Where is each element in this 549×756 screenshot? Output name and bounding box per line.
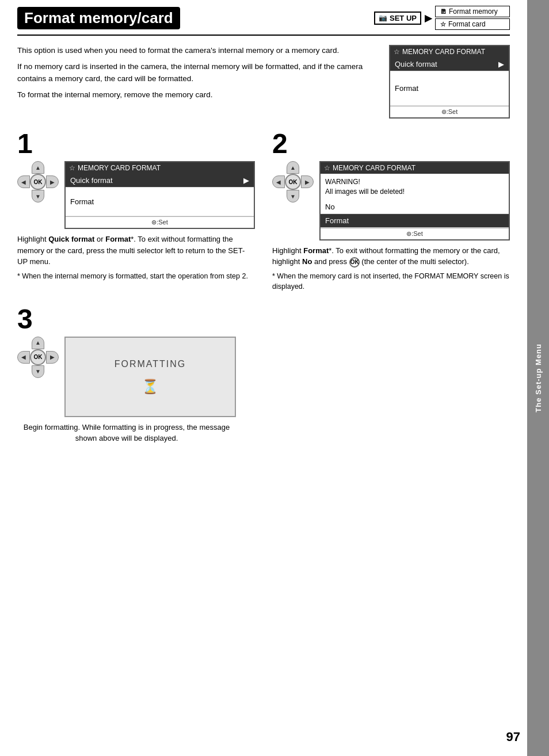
intro-text: This option is used when you need to for… [17,45,378,119]
top-screen-row-0-arrow: ▶ [498,60,504,68]
step-1-note: * When the internal memory is formatted,… [17,271,255,281]
steps-row-1-2: 1 ▲ ▼ ◀ ▶ OK ☆ MEMORY CARD FORMAT [17,130,510,292]
right-sidebar: The Set-up Menu [527,0,549,756]
menu-item-label: Format memory [449,7,498,16]
dpad-up-2[interactable]: ▲ [287,161,299,174]
intro-p1: This option is used when you need to for… [17,45,378,56]
step-1-block: 1 ▲ ▼ ◀ ▶ OK ☆ MEMORY CARD FORMAT [17,130,255,292]
step-3-number: 3 [17,306,236,333]
step-2-bold-no: No [302,257,312,266]
dpad-up-3[interactable]: ▲ [32,337,44,349]
step-2-screen-icon: ☆ [324,164,330,172]
step-3-dpad: ▲ ▼ ◀ ▶ OK [17,337,59,378]
step-1-row-0-arrow: ▶ [243,176,249,185]
step-2-desc: Highlight Format*. To exit without forma… [272,245,510,268]
hourglass-icon: ⏳ [142,379,159,395]
top-screen-header: ☆ MEMORY CARD FORMAT [390,46,509,58]
step-1-desc: Highlight Quick format or Format*. To ex… [17,234,255,268]
step-1-screen-body: Quick format ▶ Format [66,174,254,216]
step-1-screen-title: MEMORY CARD FORMAT [78,164,161,172]
dpad-ok-2[interactable]: OK [285,174,301,190]
step-2-dpad: ▲ ▼ ◀ ▶ OK [272,161,314,203]
step-3-visual: ▲ ▼ ◀ ▶ OK FORMATTING ⏳ [17,337,236,417]
formatting-text: FORMATTING [115,359,186,369]
step-1-number: 1 [17,130,255,158]
step-3-block: 3 ▲ ▼ ◀ ▶ OK FORMATTING ⏳ Begin formatti… [17,306,236,444]
menu-item-label: Format card [448,20,486,28]
step-2-screen-row-no: No [321,200,509,214]
page-number: 97 [506,730,520,744]
memory-icon: 🖹 [440,8,447,15]
top-screen-row-1-label: Format [395,84,418,93]
step-2-screen-footer: ⊛:Set [321,228,509,239]
dpad-right-2[interactable]: ▶ [301,175,314,188]
step-1-visual: ▲ ▼ ◀ ▶ OK ☆ MEMORY CARD FORMAT Quick fo… [17,161,255,229]
step-2-row-no-label: No [325,203,335,211]
top-screen-footer: ⊛:Set [390,106,509,117]
step-2-screen-warning: WARNING!All images will be deleted! [321,174,509,200]
step-2-screen-body: No Format [321,200,509,228]
step-1-screen-footer: ⊛:Set [66,216,254,228]
step-2-screen-header: ☆ MEMORY CARD FORMAT [321,162,509,174]
sidebar-label: The Set-up Menu [534,343,543,413]
menu-item-format-memory: 🖹 Format memory [435,6,510,17]
intro-p3: To format the internal memory, remove th… [17,89,378,101]
dpad-down-2[interactable]: ▼ [287,190,299,203]
setup-label: SET UP [390,14,417,22]
dpad-down[interactable]: ▼ [32,190,44,203]
top-screen-row-0-label: Quick format [395,60,437,68]
intro-p2: If no memory card is inserted in the cam… [17,61,378,85]
step-1-row-0-label: Quick format [70,176,113,185]
top-screen-mockup: ☆ MEMORY CARD FORMAT Quick format ▶ Form… [389,45,510,119]
dpad-down-3[interactable]: ▼ [32,365,44,378]
header-nav: 📷 SET UP ▶ 🖹 Format memory ☆ Format card [374,6,510,30]
header-menu-items: 🖹 Format memory ☆ Format card [435,6,510,30]
step-2-number: 2 [272,130,510,158]
top-screen-row-0: Quick format ▶ [390,58,509,71]
step-3-screen: FORMATTING ⏳ [64,337,236,417]
page-title: Format memory/card [17,7,180,29]
step-2-note: * When the memory card is not inserted, … [272,271,510,292]
step-1-dpad: ▲ ▼ ◀ ▶ OK [17,161,59,203]
dpad-left-3[interactable]: ◀ [17,351,30,364]
camera-icon: 📷 [379,14,387,22]
page-header: Format memory/card 📷 SET UP ▶ 🖹 Format m… [17,0,510,36]
step-2-ok-icon: OK [349,257,360,268]
dpad-left[interactable]: ◀ [17,175,30,188]
step-1-row-1-label: Format [70,197,94,206]
step-3-row: 3 ▲ ▼ ◀ ▶ OK FORMATTING ⏳ Begin formatti… [17,306,510,444]
top-screen-header-icon: ☆ [394,48,400,56]
step-1-screen-header: ☆ MEMORY CARD FORMAT [66,162,254,174]
step-1-screen-row-0: Quick format ▶ [66,174,254,188]
top-screen-body: Quick format ▶ Format [390,58,509,106]
arrow-icon: ▶ [425,13,432,24]
menu-item-format-card: ☆ Format card [435,18,510,30]
step-2-bold-format: Format [303,246,329,255]
step-2-screen-row-format: Format [321,214,509,228]
dpad-up[interactable]: ▲ [32,161,44,174]
dpad-right[interactable]: ▶ [46,175,59,188]
step-1-bold-quick: Quick format [48,235,94,243]
main-content: Format memory/card 📷 SET UP ▶ 🖹 Format m… [0,0,527,475]
step-2-visual: ▲ ▼ ◀ ▶ OK ☆ MEMORY CARD FORMAT WARNING!… [272,161,510,240]
intro-section: This option is used when you need to for… [17,45,510,119]
step-1-screen-row-1: Format [66,188,254,216]
step-2-row-format-label: Format [325,216,349,225]
step-3-desc: Begin formatting. While formatting is in… [17,422,236,444]
dpad-ok-3[interactable]: OK [30,349,46,365]
step-1-screen-icon: ☆ [69,164,75,172]
step-1-bold-format: Format [105,235,131,243]
top-screen-row-1: Format [390,71,509,106]
step-2-screen-title: MEMORY CARD FORMAT [333,164,415,172]
top-screen-header-label: MEMORY CARD FORMAT [402,48,485,56]
card-icon: ☆ [440,21,446,28]
dpad-left-2[interactable]: ◀ [272,175,285,188]
setup-badge: 📷 SET UP [374,12,421,25]
step-1-screen: ☆ MEMORY CARD FORMAT Quick format ▶ Form… [64,161,255,229]
step-2-screen: ☆ MEMORY CARD FORMAT WARNING!All images … [319,161,510,240]
dpad-ok[interactable]: OK [30,174,46,190]
dpad-right-3[interactable]: ▶ [46,351,59,364]
step-2-block: 2 ▲ ▼ ◀ ▶ OK ☆ MEMORY CARD FORMAT [272,130,510,292]
